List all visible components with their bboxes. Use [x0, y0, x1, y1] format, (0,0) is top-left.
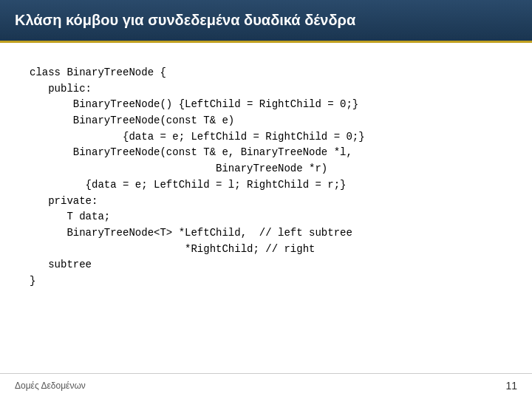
slide-container: Κλάση κόμβου για συνδεδεμένα δυαδικά δέν… [0, 0, 532, 399]
header-bar: Κλάση κόμβου για συνδεδεμένα δυαδικά δέν… [0, 0, 532, 43]
code-block: class BinaryTreeNode { public: BinaryTre… [30, 65, 502, 358]
header-title: Κλάση κόμβου για συνδεδεμένα δυαδικά δέν… [15, 12, 355, 29]
footer: Δομές Δεδομένων 11 [0, 373, 532, 399]
footer-page-number: 11 [505, 380, 517, 392]
content-area: class BinaryTreeNode { public: BinaryTre… [0, 43, 532, 373]
footer-left-label: Δομές Δεδομένων [15, 381, 86, 391]
